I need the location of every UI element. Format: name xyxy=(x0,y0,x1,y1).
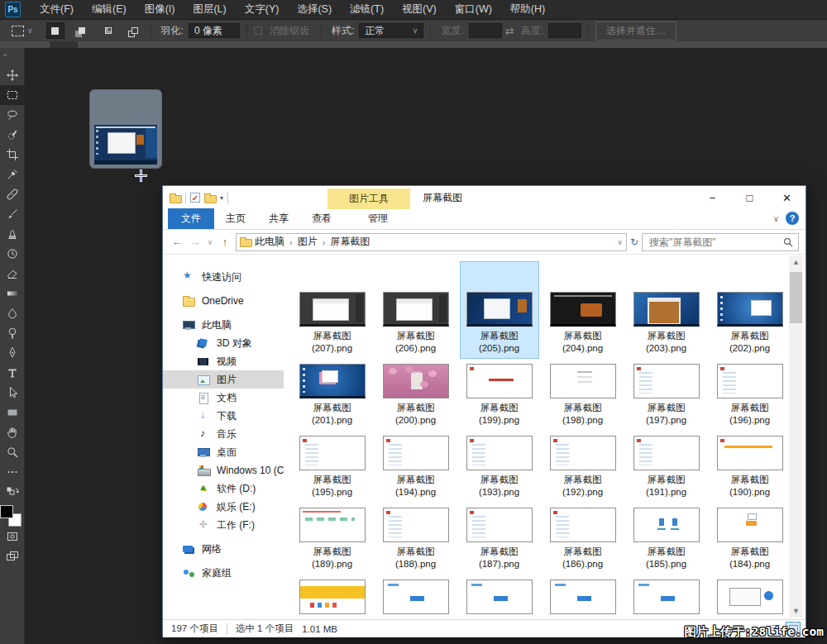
search-input[interactable] xyxy=(648,236,783,249)
swap-colors-icon[interactable] xyxy=(0,482,25,502)
tab-ribbon-1[interactable]: 主页 xyxy=(214,208,257,229)
up-button[interactable]: ↑ xyxy=(218,236,232,248)
file-item-205png[interactable]: 屏幕截图(205).png xyxy=(460,261,539,359)
file-item-188png[interactable]: 屏幕截图(188).png xyxy=(376,503,456,575)
vertical-scrollbar[interactable]: ▲ ▼ xyxy=(789,255,803,618)
type-tool-icon[interactable] xyxy=(0,363,25,383)
file-item-195png[interactable]: 屏幕截图(195).png xyxy=(293,432,372,503)
quick-selection-tool-icon[interactable] xyxy=(0,125,25,145)
file-item-200png[interactable]: 屏幕截图(200).png xyxy=(376,360,456,432)
file-item-185png[interactable]: 屏幕截图(185).png xyxy=(627,503,706,575)
new-folder-icon[interactable] xyxy=(204,193,216,203)
address-bar[interactable]: 此电脑›图片›屏幕截图 ∨ xyxy=(236,233,627,251)
screen-mode-icon[interactable] xyxy=(0,546,25,566)
scroll-down-icon[interactable]: ▼ xyxy=(789,604,803,618)
menu-item-3[interactable]: 图层(L) xyxy=(184,0,235,19)
width-input[interactable] xyxy=(469,23,502,38)
folder-icon[interactable] xyxy=(170,193,181,203)
file-item-196png[interactable]: 屏幕截图(196).png xyxy=(710,360,790,432)
sidebar-item-11[interactable]: 软件 (D:) xyxy=(163,479,284,498)
sidebar-item-0[interactable]: 快速访问 xyxy=(163,268,284,286)
history-brush-tool-icon[interactable] xyxy=(0,244,25,264)
tab-file[interactable]: 文件 xyxy=(168,208,214,229)
breadcrumb-segment-1[interactable]: 图片 xyxy=(298,235,318,249)
scrollbar-thumb[interactable] xyxy=(790,272,802,323)
sidebar-item-7[interactable]: 下载 xyxy=(163,407,284,425)
height-input[interactable] xyxy=(548,23,581,38)
sidebar-item-2[interactable]: 此电脑 xyxy=(163,316,284,334)
foreground-color-swatch[interactable] xyxy=(0,505,13,518)
breadcrumb[interactable]: 此电脑›图片›屏幕截图 xyxy=(255,235,370,249)
eyedropper-tool-icon[interactable] xyxy=(0,165,25,184)
pen-tool-icon[interactable] xyxy=(0,343,25,363)
file-item-198png[interactable]: 屏幕截图(198).png xyxy=(543,360,623,432)
file-item-207png[interactable]: 屏幕截图(207).png xyxy=(293,288,372,360)
file-item-190png[interactable]: 屏幕截图(190).png xyxy=(710,432,790,503)
collapse-panel-icon[interactable]: » xyxy=(3,48,7,65)
file-item-184png[interactable]: 屏幕截图(184).png xyxy=(710,503,790,575)
file-item-row5-25[interactable] xyxy=(376,575,456,619)
move-tool-icon[interactable] xyxy=(0,65,25,85)
file-item-192png[interactable]: 屏幕截图(192).png xyxy=(543,432,623,503)
healing-brush-tool-icon[interactable] xyxy=(0,184,25,204)
help-icon[interactable]: ? xyxy=(786,212,799,225)
brush-tool-icon[interactable] xyxy=(0,204,25,224)
breadcrumb-segment-2[interactable]: 屏幕截图 xyxy=(330,235,370,249)
sidebar-item-4[interactable]: 视频 xyxy=(163,352,284,370)
explorer-titlebar[interactable]: ✓ ▾ 图片工具 屏幕截图 − □ ✕ xyxy=(163,186,805,209)
lasso-tool-icon[interactable] xyxy=(0,105,25,125)
menu-item-5[interactable]: 选择(S) xyxy=(288,0,341,19)
file-item-189png[interactable]: 屏幕截图(189).png xyxy=(293,503,372,575)
intersect-selection-button[interactable] xyxy=(126,22,144,39)
dragged-image-thumbnail[interactable] xyxy=(89,89,162,169)
file-item-row5-28[interactable] xyxy=(627,575,706,619)
tool-preset-picker[interactable]: ∨ xyxy=(12,26,33,36)
file-item-193png[interactable]: 屏幕截图(193).png xyxy=(460,432,539,503)
quick-mask-icon[interactable] xyxy=(0,527,25,546)
file-item-201png[interactable]: 屏幕截图(201).png xyxy=(293,360,372,432)
select-and-mask-button[interactable]: 选择并遮住… xyxy=(595,21,676,41)
menu-item-7[interactable]: 视图(V) xyxy=(393,0,446,19)
forward-button[interactable]: → xyxy=(188,236,203,248)
sidebar-item-12[interactable]: 娱乐 (E:) xyxy=(163,498,284,516)
shape-tool-icon[interactable] xyxy=(0,403,25,422)
tab-manage[interactable]: 管理 xyxy=(356,208,399,229)
search-box[interactable] xyxy=(642,233,799,251)
back-button[interactable]: ← xyxy=(170,236,184,248)
file-item-202png[interactable]: 屏幕截图(202).png xyxy=(710,288,790,360)
sidebar-item-9[interactable]: 桌面 xyxy=(163,443,284,461)
rectangular-marquee-tool-icon[interactable] xyxy=(0,85,25,105)
recent-locations-icon[interactable]: ∨ xyxy=(206,238,214,246)
sidebar-item-14[interactable]: 网络 xyxy=(163,540,284,558)
address-dropdown-icon[interactable]: ∨ xyxy=(617,238,623,246)
menu-item-1[interactable]: 编辑(E) xyxy=(83,0,136,19)
file-item-191png[interactable]: 屏幕截图(191).png xyxy=(627,432,706,503)
antialias-checkbox[interactable] xyxy=(254,26,262,35)
file-item-186png[interactable]: 屏幕截图(186).png xyxy=(543,503,623,575)
sidebar-item-6[interactable]: 文档 xyxy=(163,389,284,407)
file-item-row5-27[interactable] xyxy=(543,575,623,619)
sidebar-item-8[interactable]: 音乐 xyxy=(163,425,284,443)
menu-item-4[interactable]: 文字(Y) xyxy=(236,0,289,19)
dodge-tool-icon[interactable] xyxy=(0,323,25,343)
crop-tool-icon[interactable] xyxy=(0,145,25,165)
zoom-tool-icon[interactable] xyxy=(0,442,25,462)
file-item-206png[interactable]: 屏幕截图(206).png xyxy=(376,288,456,360)
breadcrumb-segment-0[interactable]: 此电脑 xyxy=(255,235,284,249)
file-item-187png[interactable]: 屏幕截图(187).png xyxy=(460,503,539,575)
eraser-tool-icon[interactable] xyxy=(0,264,25,284)
path-selection-tool-icon[interactable] xyxy=(0,383,25,403)
file-item-197png[interactable]: 屏幕截图(197).png xyxy=(627,360,706,432)
foreground-background-swatches[interactable] xyxy=(0,505,22,527)
edit-toolbar-ellipsis-icon[interactable] xyxy=(0,462,25,482)
scroll-up-icon[interactable]: ▲ xyxy=(789,255,803,269)
clone-stamp-tool-icon[interactable] xyxy=(0,224,25,244)
document-tab[interactable] xyxy=(50,41,78,48)
maximize-button[interactable]: □ xyxy=(731,186,768,209)
sidebar-item-1[interactable]: OneDrive xyxy=(163,292,284,310)
subtract-selection-button[interactable] xyxy=(99,22,117,39)
file-item-203png[interactable]: 屏幕截图(203).png xyxy=(627,288,706,360)
hand-tool-icon[interactable] xyxy=(0,422,25,442)
qat-dropdown-icon[interactable]: ▾ xyxy=(220,194,223,202)
file-item-row5-24[interactable] xyxy=(293,575,372,619)
